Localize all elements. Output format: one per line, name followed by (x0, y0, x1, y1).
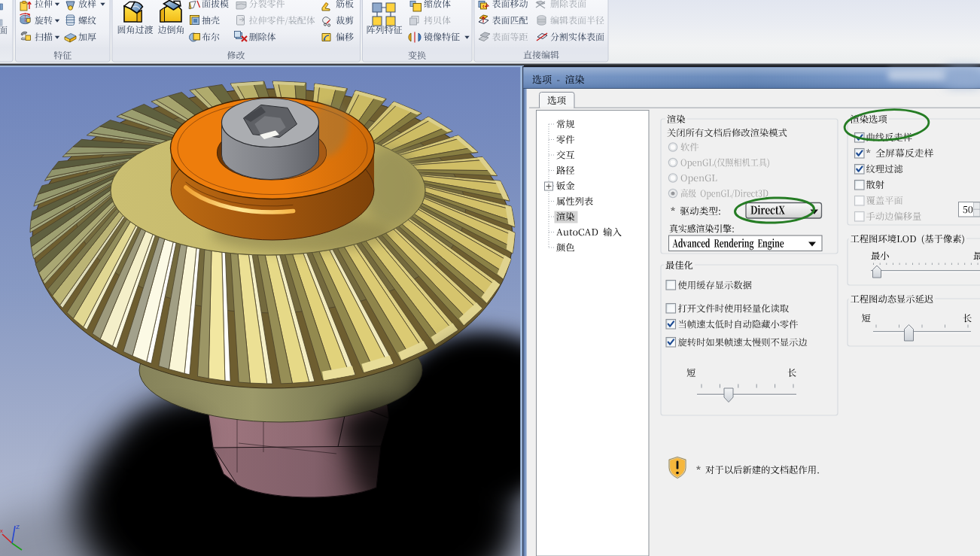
svg-text:Z: Z (16, 524, 20, 530)
svg-text:x: x (0, 527, 3, 534)
